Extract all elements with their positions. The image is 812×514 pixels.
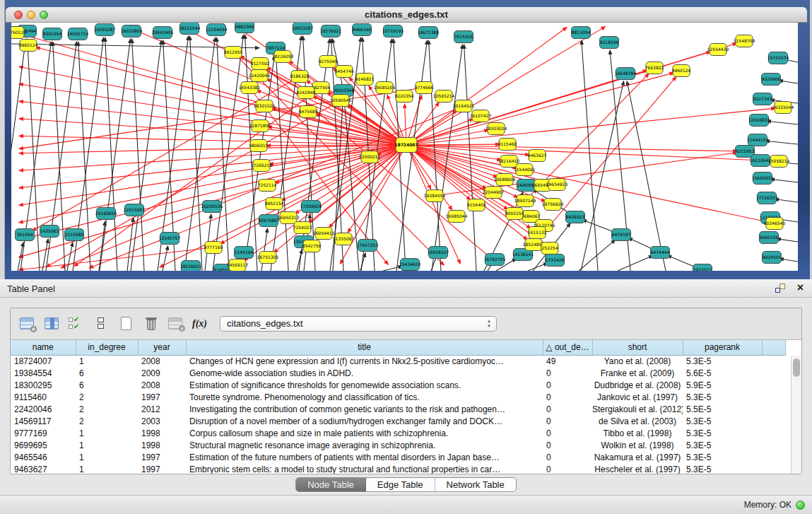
graph-node[interactable]: 391594: [16, 229, 35, 241]
graph-node[interactable]: 9960124: [672, 65, 691, 77]
function-builder-icon[interactable]: f(x): [192, 318, 207, 329]
graph-node[interactable]: 10590546: [330, 95, 352, 107]
table-scrollbar-thumb[interactable]: [793, 358, 800, 377]
graph-node[interactable]: 1145194: [235, 247, 254, 259]
tab-edge-table[interactable]: Edge Table: [366, 478, 435, 491]
table-row[interactable]: 946554611997Estimation of the future num…: [11, 451, 786, 463]
column-header[interactable]: short: [592, 340, 683, 355]
graph-node[interactable]: 16954411: [313, 228, 335, 240]
graph-node[interactable]: 11355067: [333, 233, 355, 245]
graph-node[interactable]: 12554439: [707, 44, 729, 56]
graph-node[interactable]: 16107427: [470, 110, 492, 122]
graph-node[interactable]: 9154409: [467, 199, 486, 211]
graph-node[interactable]: 18907249: [514, 195, 536, 207]
graph-node[interactable]: 19384554: [424, 190, 446, 202]
graph-node[interactable]: 16543382: [239, 82, 261, 94]
graph-node[interactable]: 9463627: [528, 150, 547, 162]
graph-node[interactable]: 12444154: [747, 134, 769, 146]
graph-node[interactable]: 12154439: [206, 24, 228, 36]
graph-node[interactable]: 9115460: [498, 139, 517, 151]
graph-node[interactable]: 8475685: [299, 106, 318, 118]
graph-node[interactable]: 7615526: [454, 31, 473, 43]
delete-trash-icon[interactable]: [143, 316, 160, 332]
graph-node[interactable]: 15692931: [752, 173, 774, 185]
graph-node[interactable]: 15434620: [399, 259, 421, 271]
graph-node[interactable]: 1435061: [40, 226, 59, 238]
graph-node[interactable]: 10653287: [292, 23, 314, 35]
float-panel-icon[interactable]: [775, 284, 785, 293]
graph-node[interactable]: 12093832: [748, 115, 770, 127]
graph-node[interactable]: 9329966: [762, 74, 781, 86]
graph-node[interactable]: 8466160: [353, 24, 372, 36]
graph-node[interactable]: 16671388: [418, 27, 440, 39]
graph-node[interactable]: 9227343: [753, 93, 772, 105]
graph-node[interactable]: 10688609: [494, 174, 516, 186]
graph-node[interactable]: 9242848: [297, 87, 316, 99]
graph-node[interactable]: 8186328: [290, 71, 310, 83]
graph-node[interactable]: 8960124: [19, 40, 38, 52]
graph-node[interactable]: 9474444: [651, 247, 670, 259]
graph-node[interactable]: 18303024: [486, 123, 507, 135]
graph-node[interactable]: 16782755: [484, 254, 506, 266]
graph-node[interactable]: 2933512: [693, 264, 712, 271]
graph-node[interactable]: 17359928: [300, 201, 322, 213]
column-checklist-icon[interactable]: ✔ ✔: [69, 316, 86, 332]
graph-node[interactable]: 20691406: [152, 27, 174, 39]
table-mode-icon[interactable]: [19, 316, 36, 332]
graph-node[interactable]: 15685205: [374, 82, 396, 94]
graph-node[interactable]: 8301954: [43, 28, 62, 40]
graph-node[interactable]: 16648784: [615, 68, 637, 80]
graph-node[interactable]: 17265218: [251, 160, 273, 172]
graph-node[interactable]: 15276021: [320, 25, 342, 37]
graph-node[interactable]: 17726337: [756, 192, 778, 204]
graph-node[interactable]: 9806015: [249, 140, 269, 152]
column-header[interactable]: name: [11, 340, 76, 355]
graph-node[interactable]: 16958107: [428, 247, 449, 259]
column-header[interactable]: title: [186, 340, 543, 355]
network-canvas[interactable]: 9155494 8301954 24055714 10055287 160338…: [11, 23, 798, 271]
graph-node[interactable]: 30975887: [258, 215, 280, 227]
window-titlebar[interactable]: citations_edges.txt: [6, 7, 807, 23]
graph-node[interactable]: 1733426: [546, 255, 565, 267]
graph-node[interactable]: 8542759: [302, 240, 322, 252]
graph-node[interactable]: 2115685: [65, 229, 84, 241]
graph-node[interactable]: 9218596: [600, 37, 619, 49]
column-header[interactable]: pagerank: [683, 340, 762, 355]
graph-node[interactable]: 8912955: [224, 47, 243, 59]
graph-node[interactable]: 8093254: [505, 208, 524, 220]
column-header[interactable]: year: [138, 340, 186, 355]
graph-node[interactable]: 16033809: [121, 25, 143, 37]
graph-node[interactable]: 18226058: [272, 51, 294, 63]
table-row[interactable]: 2242004622012Investigating the contribut…: [11, 403, 786, 415]
column-header[interactable]: △ out_de…: [543, 340, 592, 355]
graph-node[interactable]: 9777169: [204, 242, 223, 254]
graph-node[interactable]: 10164521: [453, 100, 475, 112]
table-row[interactable]: 1872400712008Changes of HCN gene express…: [11, 355, 786, 367]
graph-node[interactable]: 8220354: [395, 90, 414, 103]
graph-node[interactable]: 10719195: [382, 25, 404, 37]
tab-network-table[interactable]: Network Table: [435, 478, 516, 491]
graph-node[interactable]: 252254: [541, 243, 558, 255]
graph-node[interactable]: 16751305: [257, 252, 279, 264]
row-height-icon[interactable]: [93, 316, 110, 332]
tab-node-table[interactable]: Node Table: [296, 478, 366, 491]
graph-node[interactable]: 7663822: [645, 62, 664, 74]
memory-status-indicator[interactable]: [796, 501, 805, 510]
graph-node[interactable]: 18301025: [254, 100, 276, 112]
graph-node[interactable]: 7254023: [293, 222, 312, 234]
graph-node[interactable]: 22420046: [249, 70, 271, 82]
graph-node[interactable]: 18724007: [394, 138, 418, 153]
graph-node[interactable]: 18312544: [179, 23, 201, 35]
graph-node[interactable]: 9560156: [760, 232, 779, 244]
table-selector-dropdown[interactable]: citations_edges.txt ▲▼: [220, 316, 497, 332]
table-row[interactable]: 977716911998Corpus callosum shape and si…: [11, 427, 786, 439]
graph-node[interactable]: 25160650: [95, 208, 117, 220]
citation-network-graph[interactable]: 9155494 8301954 24055714 10055287 160338…: [11, 23, 798, 271]
graph-node[interactable]: 23300211: [359, 151, 381, 163]
graph-node[interactable]: 9275045: [319, 56, 338, 68]
table-row[interactable]: 1456911722003Disruption of a novel membe…: [11, 415, 786, 427]
graph-node[interactable]: 10346540: [764, 218, 786, 230]
graph-node[interactable]: 8454749: [335, 66, 354, 78]
close-panel-icon[interactable]: ×: [797, 281, 804, 294]
graph-node[interactable]: 19756928: [542, 199, 564, 211]
